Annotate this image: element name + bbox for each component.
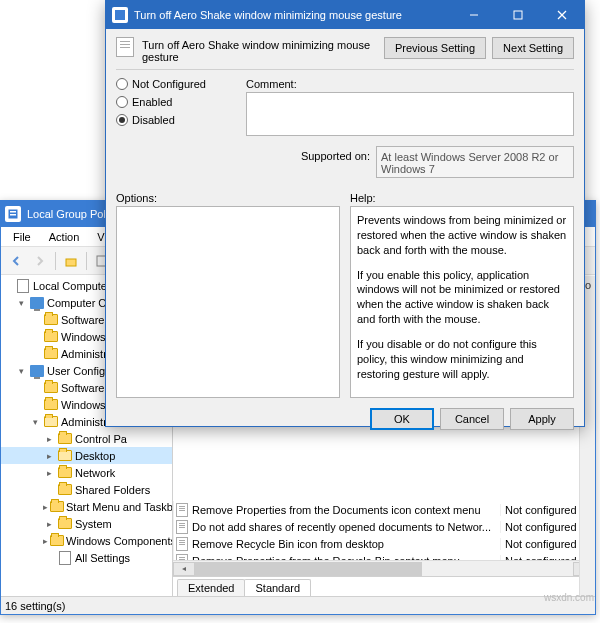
tree-desktop[interactable]: ▸Desktop [1,447,172,464]
comment-input[interactable] [246,92,574,136]
options-panel [116,206,340,398]
radio-icon [116,96,128,108]
setting-name: Do not add shares of recently opened doc… [190,521,500,533]
radio-enabled[interactable]: Enabled [116,96,236,108]
setting-row[interactable]: Do not add shares of recently opened doc… [173,518,595,535]
close-button[interactable] [540,1,584,29]
setting-row[interactable]: Remove Recycle Bin icon from desktopNot … [173,535,595,552]
status-bar: 16 setting(s) [1,596,595,614]
tree-label: System [75,518,112,530]
svg-rect-1 [10,211,16,213]
scroll-track[interactable] [195,562,573,576]
tree-label: Windows Components [66,535,173,547]
setting-row[interactable]: Remove Properties from the Documents ico… [173,501,595,518]
tab-extended[interactable]: Extended [177,579,245,596]
help-text: If you enable this policy, application w… [357,268,567,327]
scroll-thumb[interactable] [195,562,422,576]
setting-name: Remove Recycle Bin icon from desktop [190,538,500,550]
help-text: Prevents windows from being minimized or… [357,213,567,258]
dialog-icon [112,7,128,23]
scroll-left-icon[interactable]: ◂ [173,562,195,576]
tab-standard[interactable]: Standard [244,579,311,596]
expand-icon[interactable]: ▸ [43,451,55,461]
gpedit-app-icon [5,206,21,222]
radio-disabled[interactable]: Disabled [116,114,236,126]
tree-start-menu[interactable]: ▸Start Menu and Taskba [1,498,172,515]
radio-icon [116,114,128,126]
radio-label: Not Configured [132,78,206,90]
supported-on-value: At least Windows Server 2008 R2 or Windo… [376,146,574,178]
toolbar-separator [86,252,87,270]
setting-icon [174,520,190,534]
help-label: Help: [350,192,574,204]
expand-icon[interactable]: ▸ [43,519,55,529]
radio-not-configured[interactable]: Not Configured [116,78,236,90]
comment-label: Comment: [246,78,574,90]
svg-rect-3 [66,259,76,266]
separator [116,69,574,70]
tree-label: Desktop [75,450,115,462]
dialog-titlebar[interactable]: Turn off Aero Shake window minimizing mo… [106,1,584,29]
tree-shared-folders[interactable]: Shared Folders [1,481,172,498]
help-text: If you disable or do not configure this … [357,337,567,382]
tree-system[interactable]: ▸System [1,515,172,532]
setting-icon [174,503,190,517]
tree-label: Shared Folders [75,484,150,496]
radio-label: Disabled [132,114,175,126]
menu-action[interactable]: Action [41,229,88,245]
svg-rect-2 [10,214,16,216]
setting-icon [174,554,190,561]
tree-windows-components[interactable]: ▸Windows Components [1,532,172,549]
svg-rect-7 [514,11,522,19]
collapse-icon[interactable]: ▾ [29,417,41,427]
tree-label: Network [75,467,115,479]
setting-icon [116,37,134,57]
setting-name: Remove Properties from the Documents ico… [190,504,500,516]
toolbar-up-icon[interactable] [60,250,82,272]
apply-button[interactable]: Apply [510,408,574,430]
expand-icon[interactable]: ▸ [43,468,55,478]
state-radio-group: Not Configured Enabled Disabled [116,78,236,126]
tree-label: All Settings [75,552,130,564]
expand-icon[interactable]: ▸ [43,434,55,444]
previous-setting-button[interactable]: Previous Setting [384,37,486,59]
status-text: 16 setting(s) [5,600,66,612]
options-label: Options: [116,192,340,204]
dialog-heading: Turn off Aero Shake window minimizing mo… [142,37,376,63]
menu-file[interactable]: File [5,229,39,245]
maximize-button[interactable] [496,1,540,29]
cancel-button[interactable]: Cancel [440,408,504,430]
collapse-icon[interactable]: ▾ [15,366,27,376]
toolbar-separator [55,252,56,270]
policy-dialog: Turn off Aero Shake window minimizing mo… [105,0,585,427]
expand-icon[interactable]: ▸ [43,502,48,512]
horizontal-scrollbar[interactable]: ◂ ▸ [173,560,595,576]
supported-on-label: Supported on: [300,146,376,162]
next-setting-button[interactable]: Next Setting [492,37,574,59]
watermark: wsxdn.com [544,592,594,603]
svg-rect-5 [115,10,125,20]
dialog-title: Turn off Aero Shake window minimizing mo… [134,9,402,21]
ok-button[interactable]: OK [370,408,434,430]
expand-icon[interactable]: ▸ [43,536,48,546]
tree-all-settings[interactable]: All Settings [1,549,172,566]
list-tabs: Extended Standard [173,576,595,596]
setting-icon [174,537,190,551]
collapse-icon[interactable]: ▾ [15,298,27,308]
tree-label: Start Menu and Taskba [66,501,173,513]
toolbar-back-icon[interactable] [5,250,27,272]
minimize-button[interactable] [452,1,496,29]
toolbar-forward-icon[interactable] [29,250,51,272]
radio-label: Enabled [132,96,172,108]
radio-icon [116,78,128,90]
setting-row[interactable]: Remove Properties from the Recycle Bin c… [173,552,595,560]
help-panel: Prevents windows from being minimized or… [350,206,574,398]
tree-network[interactable]: ▸Network [1,464,172,481]
